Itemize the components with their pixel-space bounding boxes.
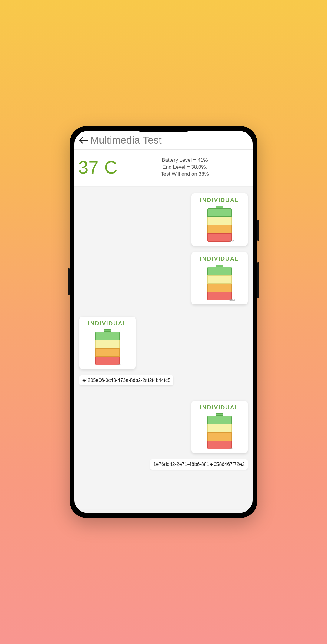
message-row: INDIVIDUAL NetCo (79, 317, 248, 369)
card-label: INDIVIDUAL (200, 255, 239, 262)
phone-button (257, 220, 259, 241)
message-row: INDIVIDUAL NetCo (79, 193, 248, 246)
app-bar: Multimedia Test (74, 131, 253, 150)
text-bubble[interactable]: e4205e06-0c43-473a-8db2-2af2f4b44fc5 (79, 375, 173, 385)
message-row: e4205e06-0c43-473a-8db2-2af2f4b44fc5 (79, 375, 248, 385)
back-button[interactable] (78, 135, 89, 146)
card-label: INDIVIDUAL (88, 320, 127, 327)
phone-button (257, 262, 259, 298)
individual-card[interactable]: INDIVIDUAL NetCo (191, 193, 248, 246)
battery-icon: NetCo (95, 329, 120, 365)
text-bubble[interactable]: 1e76ddd2-2e71-48b6-881e-0586467f72e2 (150, 459, 248, 470)
individual-card[interactable]: INDIVIDUAL NetCo (79, 317, 136, 369)
stats-bar: 37 C Battery Level = 41% End Level = 38.… (74, 150, 253, 187)
individual-card[interactable]: INDIVIDUAL NetCo (191, 401, 248, 453)
card-label: INDIVIDUAL (200, 197, 239, 203)
battery-icon: NetCo (207, 265, 232, 300)
phone-button (68, 268, 70, 295)
arrow-left-icon (79, 137, 88, 144)
battery-info: Battery Level = 41% End Level = 38.0%. T… (118, 157, 249, 178)
battery-icon: NetCo (207, 413, 232, 449)
screen: Multimedia Test 37 C Battery Level = 41%… (74, 131, 253, 513)
battery-icon: NetCo (207, 206, 232, 242)
card-label: INDIVIDUAL (200, 404, 239, 411)
battery-level-line: Battery Level = 41% (121, 157, 249, 164)
phone-frame: Multimedia Test 37 C Battery Level = 41%… (70, 126, 257, 518)
message-row: INDIVIDUAL NetCo (79, 401, 248, 453)
end-level-line: End Level = 38.0%. (121, 164, 249, 171)
page-title: Multimedia Test (90, 134, 162, 146)
temperature-value: 37 C (78, 157, 118, 178)
individual-card[interactable]: INDIVIDUAL NetCo (191, 252, 248, 304)
chat-area[interactable]: INDIVIDUAL NetCo INDIVIDUAL (74, 187, 253, 509)
will-end-line: Test Will end on 38% (121, 171, 249, 178)
message-row: 1e76ddd2-2e71-48b6-881e-0586467f72e2 (79, 459, 248, 470)
message-row: INDIVIDUAL NetCo (79, 252, 248, 304)
